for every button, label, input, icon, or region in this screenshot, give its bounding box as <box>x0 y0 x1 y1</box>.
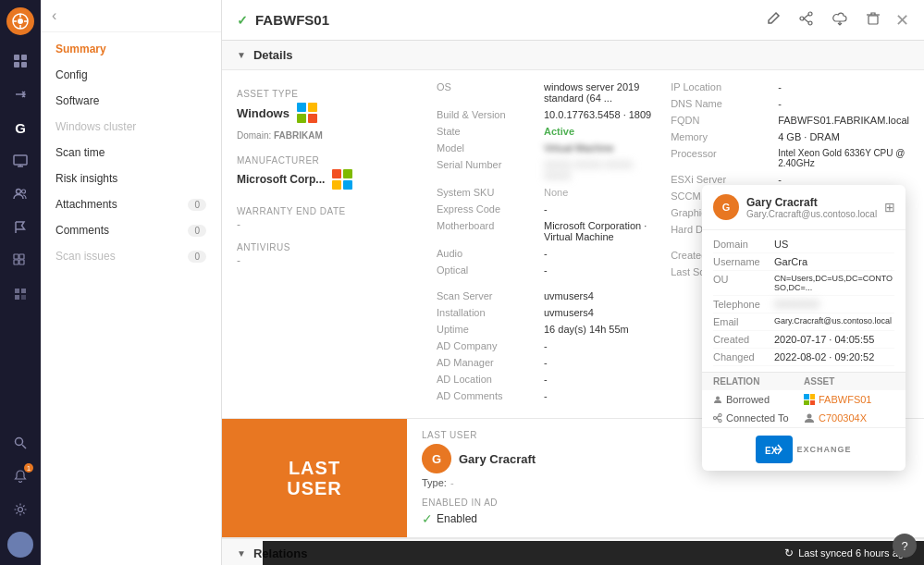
svg-rect-15 <box>14 254 18 259</box>
state-row: State Active <box>437 126 656 137</box>
edit-icon[interactable] <box>762 7 784 33</box>
svg-text:EX: EX <box>765 446 778 456</box>
last-user-label: LAST USER <box>222 419 407 537</box>
domain-line: Domain: FABRIKAM <box>237 130 422 141</box>
warranty-group: WARRANTY END DATE - <box>237 206 422 231</box>
nav-item-arrows[interactable] <box>6 80 35 109</box>
notification-badge: 1 <box>24 463 33 473</box>
nav-item-blocks[interactable] <box>6 279 35 309</box>
comments-badge: 0 <box>188 225 206 237</box>
nav-item-dashboard[interactable] <box>6 46 35 76</box>
sidebar-item-risk-insights[interactable]: Risk insights <box>41 166 221 191</box>
svg-point-23 <box>16 438 23 446</box>
asset-type-value: Windows <box>237 106 290 120</box>
nav-item-monitor[interactable] <box>6 146 35 176</box>
svg-rect-17 <box>14 260 18 264</box>
svg-point-14 <box>22 190 26 193</box>
cloud-icon[interactable] <box>829 7 851 33</box>
warranty-value: - <box>237 218 422 231</box>
popup-section-header: RELATION ASSET <box>702 372 906 390</box>
popup-user-info: Gary Cracraft Gary.Cracraft@us.contoso.l… <box>746 196 877 219</box>
popup-field-username: Username GarCra <box>713 253 894 271</box>
sidebar-item-summary[interactable]: Summary <box>41 36 221 62</box>
popup-user-email: Gary.Cracraft@us.contoso.local <box>746 209 877 219</box>
enabled-in-ad-row: ✓ Enabled <box>422 511 909 526</box>
scan-server-row: Scan Server uvmusers4 <box>437 290 656 301</box>
audio-row: Audio - <box>437 248 656 259</box>
svg-point-1 <box>18 18 23 24</box>
top-bar: ✓ FABWFS01 ✕ <box>222 0 924 41</box>
svg-rect-10 <box>14 155 27 165</box>
sidebar-item-windows-cluster: Windows cluster <box>41 114 221 140</box>
antivirus-label: ANTIVIRUS <box>237 242 422 252</box>
sync-icon: ↻ <box>784 547 794 559</box>
delete-icon[interactable] <box>862 7 884 33</box>
details-col-1: ASSET TYPE Windows <box>237 81 422 407</box>
build-row: Build & Version 10.0.17763.5458 · 1809 <box>437 109 656 120</box>
processor-row: Processor Intel Xeon Gold 6336Y CPU @ 2.… <box>671 148 909 168</box>
details-col-2: OS windows server 2019 standard (64 ... … <box>437 81 656 407</box>
svg-rect-16 <box>19 254 24 259</box>
ad-location-row: AD Location - <box>437 374 656 385</box>
attachments-badge: 0 <box>188 199 206 211</box>
popup-relation-borrowed: Borrowed FABWFS01 <box>702 390 906 409</box>
asset-card: ASSET TYPE Windows <box>237 81 422 130</box>
ad-comments-row: AD Comments - <box>437 390 656 401</box>
memory-row: Memory 4 GB · DRAM <box>671 131 909 142</box>
nav-item-settings[interactable] <box>6 495 35 524</box>
close-icon[interactable]: ✕ <box>895 10 909 31</box>
asset-type-label: ASSET TYPE <box>237 89 317 99</box>
nav-item-g[interactable]: G <box>6 113 35 142</box>
sidebar-item-scan-time[interactable]: Scan time <box>41 140 221 166</box>
nav-item-people[interactable] <box>6 179 35 209</box>
sidebar-item-comments[interactable]: Comments 0 <box>41 217 221 243</box>
sync-info: ↻ Last synced 6 hours ago <box>784 547 909 559</box>
nav-logo <box>6 7 34 35</box>
popup-user-name: Gary Cracraft <box>746 196 877 209</box>
svg-rect-21 <box>15 295 19 300</box>
popup-relation-type-borrowed: Borrowed <box>713 394 804 405</box>
sidebar-items: Summary Config Software Windows cluster … <box>41 32 221 565</box>
details-section-label: Details <box>253 48 293 62</box>
svg-point-35 <box>716 397 720 400</box>
asset-name: FABWFS01 <box>255 12 329 28</box>
warranty-label: WARRANTY END DATE <box>237 206 422 216</box>
popup-link-icon[interactable]: ⊞ <box>884 200 895 215</box>
sidebar-collapse-btn[interactable]: ‹ <box>41 0 221 32</box>
nav-avatar[interactable] <box>7 532 33 558</box>
svg-rect-6 <box>14 55 19 60</box>
popup-relation-asset-c700304x: C700304X <box>804 412 894 424</box>
bottom-bar: ↻ Last synced 6 hours ago <box>263 541 924 565</box>
svg-point-25 <box>18 508 23 512</box>
sidebar: ‹ Summary Config Software Windows cluste… <box>41 0 222 565</box>
relations-toggle-icon: ▼ <box>237 548 246 559</box>
sidebar-item-config[interactable]: Config <box>41 62 221 88</box>
nav-item-grid[interactable] <box>6 246 35 276</box>
sidebar-item-scan-issues: Scan issues 0 <box>41 243 221 269</box>
svg-rect-32 <box>869 16 878 24</box>
svg-rect-20 <box>21 289 26 293</box>
user-popup-card: G Gary Cracraft Gary.Cracraft@us.contoso… <box>702 185 906 471</box>
esxi-row: ESXi Server - <box>671 174 909 185</box>
manufacturer-value: Microsoft Corp... <box>237 173 325 186</box>
svg-rect-22 <box>21 295 26 300</box>
svg-point-38 <box>714 417 717 420</box>
ad-check-icon: ✓ <box>422 511 433 526</box>
popup-field-telephone: Telephone 00000000 <box>713 296 894 313</box>
sidebar-item-software[interactable]: Software <box>41 88 221 114</box>
nav-item-notifications[interactable]: 1 <box>6 461 35 491</box>
share-icon[interactable] <box>795 7 818 33</box>
sidebar-item-attachments[interactable]: Attachments 0 <box>41 191 221 217</box>
svg-line-30 <box>804 18 808 22</box>
exchange-icon: EX <box>756 436 793 463</box>
svg-point-26 <box>808 12 812 16</box>
svg-rect-8 <box>14 62 19 68</box>
details-section-header[interactable]: ▼ Details <box>222 41 924 70</box>
help-button[interactable]: ? <box>893 534 917 558</box>
os-row: OS windows server 2019 standard (64 ... <box>437 81 656 104</box>
antivirus-group: ANTIVIRUS - <box>237 242 422 267</box>
popup-relation-connected: Connected To C700304X <box>702 409 906 427</box>
nav-item-flag[interactable] <box>6 213 35 242</box>
manufacturer-card: MANUFACTURER Microsoft Corp... <box>237 148 422 197</box>
nav-item-search[interactable] <box>6 428 35 458</box>
